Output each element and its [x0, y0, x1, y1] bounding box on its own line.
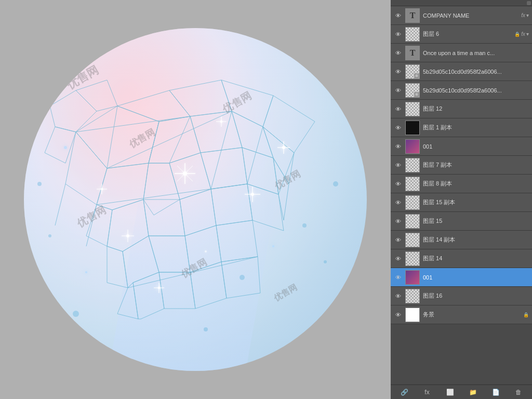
fx-badge-layer-company: fx: [521, 12, 525, 18]
layer-name-layer-bg: 务景: [422, 311, 523, 318]
svg-point-76: [324, 260, 327, 263]
layer-name-layer-7-copy: 图层 7 副本: [422, 161, 529, 169]
layer-item-layer-6[interactable]: 👁图层 6🔒fx▾: [391, 25, 532, 44]
visibility-toggle-layer-bg[interactable]: 👁: [393, 310, 403, 320]
visibility-toggle-layer-5b29-1[interactable]: 👁: [393, 66, 403, 77]
layer-icons-layer-6: 🔒fx▾: [514, 31, 529, 37]
visibility-toggle-layer-001-2[interactable]: 👁: [393, 272, 403, 283]
svg-marker-18: [143, 200, 185, 236]
svg-line-45: [97, 184, 247, 205]
layer-name-layer-15-copy: 图层 15 副本: [422, 198, 529, 206]
visibility-toggle-layer-001-1[interactable]: 👁: [393, 141, 403, 152]
visibility-toggle-layer-14-copy[interactable]: 👁: [393, 235, 403, 245]
svg-marker-27: [117, 283, 138, 319]
mesh-svg: [24, 28, 367, 371]
canvas-area: 优售网 优售网 优售网 优售网 优售网 优售网 优售网: [0, 0, 391, 399]
visibility-toggle-layer-14[interactable]: 👁: [393, 254, 403, 264]
svg-marker-17: [107, 200, 149, 251]
layer-thumbnail-layer-8-copy: [405, 177, 420, 191]
svg-point-70: [205, 250, 207, 252]
svg-line-40: [278, 153, 294, 194]
svg-marker-4: [263, 96, 315, 153]
layer-item-layer-14[interactable]: 👁图层 14: [391, 249, 532, 268]
fx-badge-layer-6: fx: [521, 31, 525, 37]
svg-point-72: [272, 245, 274, 247]
svg-point-71: [85, 271, 87, 273]
layer-item-layer-once[interactable]: 👁TOnce upon a time a man c...: [391, 44, 532, 62]
layer-name-layer-12: 图层 12: [422, 105, 529, 113]
visibility-toggle-layer-once[interactable]: 👁: [393, 48, 403, 58]
layer-name-layer-5b29-2: 5b29d05c10cd0d958f2a6006...: [422, 87, 529, 94]
svg-marker-5: [149, 116, 201, 163]
layer-thumbnail-layer-company: T: [405, 8, 420, 23]
layer-name-layer-company: COMPANY NAME: [422, 12, 521, 19]
layer-item-layer-14-copy[interactable]: 👁图层 14 副本: [391, 231, 532, 249]
layer-item-layer-7-copy[interactable]: 👁图层 7 副本: [391, 156, 532, 175]
visibility-toggle-layer-6[interactable]: 👁: [393, 29, 403, 39]
layer-name-layer-16: 图层 16: [422, 292, 529, 300]
svg-line-39: [247, 127, 263, 184]
layer-item-layer-15-copy[interactable]: 👁图层 15 副本: [391, 193, 532, 212]
svg-marker-2: [169, 80, 232, 116]
visibility-toggle-layer-5b29-2[interactable]: 👁: [393, 85, 403, 96]
svg-marker-26: [216, 220, 258, 262]
svg-marker-24: [149, 236, 190, 272]
layer-item-layer-bg[interactable]: 👁务景🔒: [391, 305, 532, 324]
svg-marker-8: [263, 127, 294, 184]
layer-item-layer-12[interactable]: 👁图层 12: [391, 100, 532, 118]
layer-item-layer-001-1[interactable]: 👁001: [391, 137, 532, 156]
circle-artwork: 优售网 优售网 优售网 优售网 优售网 优售网 优售网: [24, 28, 367, 371]
layer-name-layer-8-copy: 图层 8 副本: [422, 180, 529, 188]
svg-marker-0: [76, 106, 159, 168]
svg-line-41: [86, 205, 97, 246]
svg-marker-14: [242, 148, 278, 194]
panel-scroll-top: [391, 0, 532, 6]
visibility-toggle-layer-15[interactable]: 👁: [393, 216, 403, 227]
layer-thumbnail-layer-7-copy: [405, 158, 420, 172]
layer-item-layer-5b29-2[interactable]: 👁⊞5b29d05c10cd0d958f2a6006...: [391, 81, 532, 100]
expand-icon-layer-company[interactable]: ▾: [526, 12, 529, 18]
layer-item-layer-1-copy[interactable]: 👁图层 1 副本: [391, 118, 532, 137]
layer-list[interactable]: 👁TCOMPANY NAMEfx▾👁图层 6🔒fx▾👁TOnce upon a …: [391, 6, 532, 384]
svg-marker-28: [133, 272, 164, 319]
visibility-toggle-layer-company[interactable]: 👁: [393, 10, 403, 21]
lock-icon-layer-6: 🔒: [514, 32, 520, 37]
layers-toolbar: 🔗 fx ⬜ 📁 📄 🗑: [391, 384, 532, 399]
add-mask-button[interactable]: ⬜: [445, 387, 455, 397]
layers-list-container: 👁TCOMPANY NAMEfx▾👁图层 6🔒fx▾👁TOnce upon a …: [391, 6, 532, 384]
svg-marker-33: [76, 80, 117, 111]
svg-marker-6: [190, 111, 242, 153]
svg-marker-1: [117, 90, 190, 122]
fx-button[interactable]: fx: [422, 387, 432, 397]
layer-name-layer-14-copy: 图层 14 副本: [422, 236, 529, 244]
visibility-toggle-layer-16[interactable]: 👁: [393, 291, 403, 301]
scroll-up-button[interactable]: [527, 1, 531, 5]
layer-item-layer-5b29-1[interactable]: 👁⊞5b29d05c10cd0d958f2a6006...: [391, 62, 532, 81]
svg-marker-34: [45, 127, 76, 163]
svg-line-46: [128, 257, 258, 288]
visibility-toggle-layer-12[interactable]: 👁: [393, 104, 403, 114]
visibility-toggle-layer-7-copy[interactable]: 👁: [393, 160, 403, 170]
svg-line-37: [169, 116, 190, 163]
visibility-toggle-layer-15-copy[interactable]: 👁: [393, 197, 403, 208]
layer-item-layer-16[interactable]: 👁图层 16: [391, 287, 532, 305]
layer-name-layer-6: 图层 6: [422, 30, 514, 38]
link-layers-button[interactable]: 🔗: [399, 387, 409, 397]
expand-icon-layer-6[interactable]: ▾: [526, 31, 529, 37]
new-layer-button[interactable]: 📄: [490, 387, 501, 397]
layer-name-layer-1-copy: 图层 1 副本: [422, 124, 529, 131]
group-button[interactable]: 📁: [468, 387, 478, 397]
layer-name-layer-5b29-1: 5b29d05c10cd0d958f2a6006...: [422, 69, 529, 75]
svg-line-43: [76, 116, 190, 132]
layer-item-layer-001-2[interactable]: 👁001: [391, 268, 532, 287]
layer-item-layer-8-copy[interactable]: 👁图层 8 副本: [391, 175, 532, 193]
visibility-toggle-layer-1-copy[interactable]: 👁: [393, 123, 403, 133]
layer-thumbnail-layer-1-copy: [405, 121, 420, 135]
layer-icons-layer-bg: 🔒: [523, 312, 529, 317]
layer-item-layer-15[interactable]: 👁图层 15: [391, 212, 532, 231]
layer-item-layer-company[interactable]: 👁TCOMPANY NAMEfx▾: [391, 6, 532, 25]
delete-layer-button[interactable]: 🗑: [513, 387, 524, 397]
svg-point-79: [48, 234, 51, 237]
layer-thumbnail-layer-once: T: [405, 46, 420, 60]
visibility-toggle-layer-8-copy[interactable]: 👁: [393, 179, 403, 189]
